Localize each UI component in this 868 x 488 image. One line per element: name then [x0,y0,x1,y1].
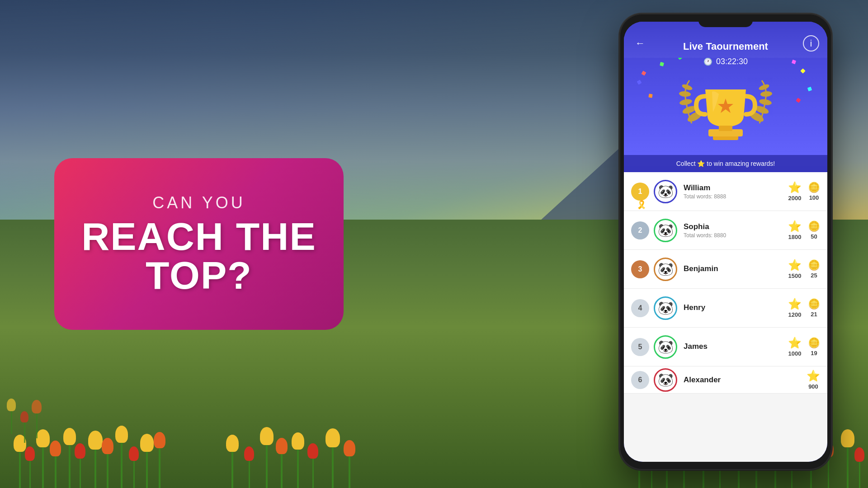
phone-notch [698,18,753,27]
star-score-4: ⭐ 1200 [788,298,802,318]
rank-badge-5: 5 [631,338,649,356]
leaderboard-item: 2 🐼 Sophia Total words: 8880 ⭐ 1800 🪙 [624,211,827,250]
coin-value-2: 50 [811,233,817,240]
leaderboard-item: 5 🐼 James ⭐ 1000 🪙 19 [624,328,827,366]
coin-section-3: 🪙 25 [808,259,820,279]
player-name-2: Sophia [684,222,788,231]
star-value-2: 1800 [788,234,802,240]
coin-icon-1: 🪙 [808,182,820,193]
trophy-area [624,69,827,153]
trophy-svg [676,71,775,150]
rank-badge-2: 2 [631,221,649,239]
player-name-1: William [684,183,788,192]
clock-icon: 🕐 [703,57,712,66]
score-section-3: ⭐ 1500 🪙 25 [788,259,820,279]
player-name-3: Benjamin [684,264,788,273]
star-value-1: 2000 [788,195,802,202]
coin-section-5: 🪙 19 [808,337,820,357]
star-value-4: 1200 [788,311,802,318]
coin-value-5: 19 [811,350,817,357]
phone-body: ← Live Taournement i 🕐 03:22:30 [619,14,832,470]
avatar-4: 🐼 [654,296,677,320]
promo-lines23: REACH THE TOP? [81,217,316,295]
score-section-2: ⭐ 1800 🪙 50 [788,220,820,240]
app-title: Live Taournement [683,41,768,52]
score-section-6: ⭐ 900 [807,370,820,390]
star-score-2: ⭐ 1800 [788,220,802,240]
star-score-1: ⭐ 2000 [788,181,802,202]
promo-line3: TOP? [146,253,252,297]
rank-ribbon-1: 🎗️ [637,200,644,204]
avatar-6: 🐼 [654,368,677,392]
leaderboard-item: 6 🐼 Alexander ⭐ 900 [624,366,827,394]
promo-banner: CAN YOU REACH THE TOP? [54,158,344,330]
score-section-4: ⭐ 1200 🪙 21 [788,298,820,318]
player-name-6: Alexander [684,375,807,385]
tournament-area: ← Live Taournement i 🕐 03:22:30 [624,22,827,166]
collect-bar: Collect ⭐ to win amazing rewards! [624,155,827,172]
svg-rect-13 [719,126,732,131]
avatar-1: 🐼 [654,180,677,203]
score-section-5: ⭐ 1000 🪙 19 [788,337,820,357]
player-words-2: Total words: 8880 [684,232,788,239]
star-icon-6: ⭐ [807,370,820,382]
promo-line1: CAN YOU [152,193,245,212]
rank-badge-4: 4 [631,299,649,317]
info-button[interactable]: i [803,35,819,52]
avatar-5: 🐼 [654,335,677,359]
player-info-2: Sophia Total words: 8880 [684,222,788,239]
leaderboard: 1 🎗️ 🐼 William Total words: 8888 ⭐ 2000 [624,172,827,462]
leaderboard-item: 3 🐼 Benjamin ⭐ 1500 🪙 25 [624,250,827,289]
coin-icon-5: 🪙 [808,337,820,349]
player-name-4: Henry [684,303,788,312]
player-info-5: James [684,342,788,352]
star-icon-1: ⭐ [788,181,802,194]
leaderboard-item: 4 🐼 Henry ⭐ 1200 🪙 21 [624,289,827,328]
player-info-1: William Total words: 8888 [684,183,788,200]
player-words-1: Total words: 8888 [684,193,788,200]
star-icon-3: ⭐ [788,259,802,272]
timer-value: 03:22:30 [716,57,748,66]
leaderboard-item: 1 🎗️ 🐼 William Total words: 8888 ⭐ 2000 [624,172,827,211]
coin-icon-3: 🪙 [808,259,820,271]
coin-section-4: 🪙 21 [808,298,820,318]
player-info-6: Alexander [684,375,807,385]
star-value-5: 1000 [788,350,802,357]
avatar-2: 🐼 [654,219,677,242]
star-score-3: ⭐ 1500 [788,259,802,279]
phone-screen: ← Live Taournement i 🕐 03:22:30 [624,22,827,462]
player-name-5: James [684,342,788,351]
coin-value-4: 21 [811,311,817,318]
phone-mockup: ← Live Taournement i 🕐 03:22:30 [619,14,832,470]
coin-icon-4: 🪙 [808,298,820,310]
player-info-4: Henry [684,303,788,313]
rank-badge-6: 6 [631,371,649,389]
star-value-6: 900 [808,383,818,390]
collect-text: Collect ⭐ to win amazing rewards! [676,160,775,167]
star-score-6: ⭐ 900 [807,370,820,390]
star-icon-2: ⭐ [788,220,802,233]
star-score-5: ⭐ 1000 [788,337,802,357]
coin-value-3: 25 [811,272,817,279]
timer-bar: 🕐 03:22:30 [624,57,827,66]
rank-badge-1: 1 🎗️ [631,183,649,201]
coin-section-2: 🪙 50 [808,221,820,240]
score-section-1: ⭐ 2000 🪙 100 [788,181,820,202]
promo-line2: REACH THE [81,215,316,258]
avatar-3: 🐼 [654,258,677,281]
coin-icon-2: 🪙 [808,221,820,232]
player-info-3: Benjamin [684,264,788,274]
star-value-3: 1500 [788,272,802,279]
coin-section-1: 🪙 100 [808,182,820,201]
rank-badge-3: 3 [631,260,649,278]
app-header: ← Live Taournement i [624,22,827,58]
star-icon-5: ⭐ [788,337,802,349]
coin-value-1: 100 [809,194,819,201]
back-button[interactable]: ← [632,35,648,52]
star-icon-4: ⭐ [788,298,802,310]
